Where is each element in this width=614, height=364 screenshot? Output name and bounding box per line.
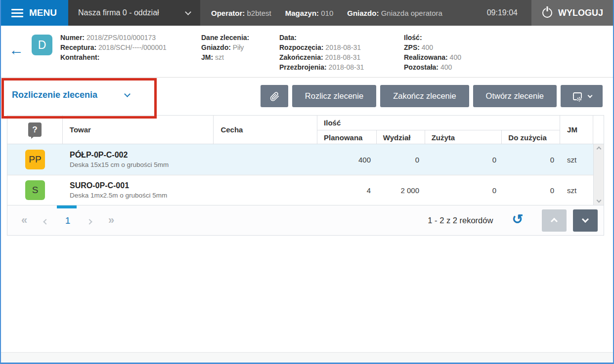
company-selector[interactable]: Nasza firma 0 - oddział (68, 0, 200, 26)
screen-gear-icon (571, 91, 582, 102)
pagination: « 1 » (19, 215, 116, 226)
scroll-down-arrow-icon[interactable] (596, 198, 601, 203)
quantity-remaining: Pozostała: 400 (404, 62, 461, 72)
order-number: Numer: 2018/ZPS/010/000173 (60, 33, 167, 42)
refresh-icon[interactable]: ↺ (512, 213, 523, 226)
chevron-up-icon (551, 218, 558, 225)
action-buttons: Rozlicz zlecenie Zakończ zlecenie Otwórz… (261, 85, 603, 107)
scroll-up-arrow-icon[interactable] (596, 147, 601, 152)
logout-button[interactable]: WYLOGUJ (531, 0, 614, 26)
date-start: Rozpoczęcia: 2018-08-31 (279, 42, 364, 52)
table-header: ? Towar Cecha Ilość Planowana Wydział Zu… (7, 115, 604, 144)
chevron-down-icon (185, 9, 191, 15)
header-zuzyta[interactable]: Zużyta (425, 130, 502, 144)
settle-order-button[interactable]: Rozlicz zlecenie (292, 85, 376, 107)
menu-label: MENU (29, 7, 57, 18)
order-data-column: Dane zlecenia: Gniazdo: Piły JM: szt (201, 33, 249, 62)
operator-info: Operator: b2btest (211, 9, 271, 17)
header-jm[interactable]: JM (560, 116, 593, 144)
order-type-badge: D (32, 35, 52, 55)
order-dates-column: Data: Rozpoczęcia: 2018-08-31 Zakończeni… (279, 33, 364, 72)
table-row[interactable]: PP PÓŁP-0P-C-002 Deska 15x15 cm o gruboś… (7, 144, 604, 175)
order-header: ← D Numer: 2018/ZPS/010/000173 Receptura… (1, 26, 613, 78)
chevron-left-icon (43, 219, 48, 224)
planowana-value: 400 (318, 156, 377, 164)
power-icon (542, 8, 552, 18)
materials-table: ? Towar Cecha Ilość Planowana Wydział Zu… (7, 115, 604, 205)
clock: 09:19:04 (487, 8, 521, 17)
table-footer: « 1 » 1 - 2 z 2 rekordów ↺ (7, 205, 604, 236)
zuzyta-value: 0 (426, 156, 503, 164)
session-info-bar: Operator: b2btest Magazyn: 010 Gniazdo: … (200, 0, 531, 26)
header-ilosc-subcolumns: Planowana Wydział Zużyta Do zużycia (317, 130, 560, 144)
product-code: SURO-0P-C-001 (70, 180, 214, 191)
gniazdo-info: Gniazdo: Gniazda operatora (347, 9, 442, 17)
window-border-left (0, 0, 1, 364)
product-type-badge: S (25, 180, 45, 200)
header-icon-column[interactable]: ? (7, 116, 63, 144)
current-page[interactable]: 1 (63, 216, 73, 225)
open-order-button[interactable]: Otwórz zlecenie (473, 85, 557, 107)
first-page-button[interactable]: « (19, 215, 29, 226)
wydzial-value: 2 000 (377, 186, 426, 195)
header-wydzial[interactable]: Wydział (377, 130, 425, 144)
product-description: Deska 15x15 cm o grubości 5mm (70, 161, 214, 169)
records-info: 1 - 2 z 2 rekordów (428, 216, 493, 225)
footer-right: 1 - 2 z 2 rekordów ↺ (428, 209, 598, 232)
header-ilosc-group: Ilość Planowana Wydział Zużyta Do zużyci… (317, 116, 560, 144)
order-data-title: Dane zlecenia: (201, 33, 249, 42)
attachment-button[interactable] (261, 85, 288, 107)
product-code: PÓŁP-0P-C-002 (70, 150, 214, 161)
view-selector-label: Rozliczenie zlecenia (12, 90, 97, 100)
menu-button[interactable]: MENU (0, 0, 68, 26)
order-ids-column: Numer: 2018/ZPS/010/000173 Receptura: 20… (60, 33, 167, 62)
order-jm: JM: szt (201, 52, 249, 62)
next-page-button[interactable] (85, 215, 94, 226)
table-row[interactable]: S SURO-0P-C-001 Deska 1mx2.5m o grubości… (7, 175, 604, 205)
order-gniazdo: Gniazdo: Piły (201, 42, 249, 52)
previous-page-button[interactable] (41, 215, 51, 226)
header-scrollbar-spacer (593, 116, 604, 144)
chevron-right-icon (87, 219, 92, 224)
quantity-zps: ZPS: 400 (404, 42, 461, 52)
view-selector-dropdown[interactable]: Rozliczenie zlecenia (12, 90, 130, 100)
hamburger-icon (11, 7, 23, 19)
chevron-down-icon (582, 216, 589, 223)
logout-label: WYLOGUJ (558, 8, 603, 18)
active-page-indicator (57, 205, 77, 208)
table-scrollbar[interactable] (593, 144, 604, 205)
chevron-down-icon (124, 91, 131, 97)
finish-order-button[interactable]: Zakończ zlecenie (380, 85, 469, 107)
product-type-badge: PP (25, 150, 45, 169)
date-changeover: Przezbrojenia: 2018-08-31 (279, 62, 364, 72)
order-quantity-column: Ilość: ZPS: 400 Realizowana: 400 Pozosta… (404, 33, 461, 72)
do-zuzycia-value: 0 (503, 156, 561, 164)
back-arrow-icon[interactable]: ← (9, 42, 24, 57)
header-towar[interactable]: Towar (63, 116, 214, 144)
jm-value: szt (561, 156, 594, 164)
jm-value: szt (561, 186, 594, 195)
paperclip-icon (269, 90, 280, 103)
quantity-title: Ilość: (404, 33, 461, 42)
magazyn-info: Magazyn: 010 (285, 9, 334, 17)
header-planowana[interactable]: Planowana (317, 130, 377, 144)
product-description: Deska 1mx2.5m o grubości 5mm (70, 191, 214, 200)
header-do-zuzycia[interactable]: Do zużycia (502, 130, 560, 144)
order-contractor: Kontrahent: (60, 52, 167, 62)
toolbar: Rozliczenie zlecenia Rozlicz zlecenie Za… (1, 78, 613, 115)
top-bar: MENU Nasza firma 0 - oddział Operator: b… (0, 0, 614, 26)
quantity-realized: Realizowana: 400 (404, 52, 461, 62)
date-end: Zakończenia: 2018-08-31 (279, 52, 364, 62)
scroll-list-up-button[interactable] (542, 209, 567, 232)
window-bottom-strip (1, 352, 613, 363)
planowana-value: 4 (318, 186, 377, 195)
question-mark-icon: ? (28, 122, 42, 137)
settings-dropdown-button[interactable] (561, 85, 603, 107)
header-ilosc: Ilość (317, 116, 560, 130)
header-cecha[interactable]: Cecha (214, 116, 317, 144)
last-page-button[interactable]: » (106, 215, 116, 226)
dates-title: Data: (279, 33, 364, 42)
zuzyta-value: 0 (426, 186, 503, 195)
scroll-list-down-button[interactable] (573, 209, 598, 232)
table-body: PP PÓŁP-0P-C-002 Deska 15x15 cm o gruboś… (7, 144, 604, 205)
